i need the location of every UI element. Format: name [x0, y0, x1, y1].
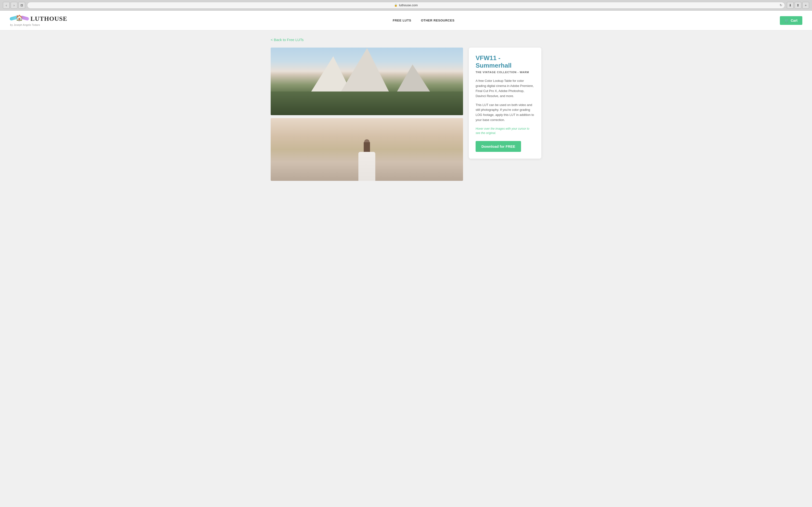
logo-house-icon: 🏠 — [16, 14, 23, 21]
product-collection: THE VINTAGE COLLECTION - WARM — [475, 71, 535, 74]
cart-label: Cart — [791, 18, 798, 22]
main-content: < Back to Free LUTs — [261, 31, 551, 188]
cart-icon: 🛒 — [785, 18, 789, 22]
download-button[interactable]: Download for FREE — [475, 141, 521, 152]
lock-icon: 🔒 — [394, 4, 398, 7]
browser-download-button[interactable]: ⬇ — [787, 2, 794, 9]
images-column — [271, 48, 463, 181]
forward-button[interactable]: › — [11, 2, 17, 9]
logo-subtitle: by Joseph Angelo Todaro — [10, 24, 40, 26]
browser-share-button[interactable]: ⬆ — [795, 2, 801, 9]
mountain-image — [271, 48, 463, 115]
mountain-forest — [271, 92, 463, 115]
hover-hint: Hover over the images with your cursor t… — [475, 126, 535, 135]
product-description-1: A free Color Lookup Table for color grad… — [475, 78, 535, 99]
portrait-image — [271, 118, 463, 181]
product-layout: VFW11 - Summerhall THE VINTAGE COLLECTIO… — [271, 48, 541, 181]
person-silhouette — [357, 139, 376, 181]
nav-free-luts[interactable]: FREE LUTS — [393, 18, 411, 22]
site-header: 🏠 LUTHOUSE by Joseph Angelo Todaro FREE … — [0, 11, 812, 31]
product-description-2: This LUT can be used on both video and s… — [475, 103, 535, 123]
browser-right-buttons: ⬇ ⬆ + — [787, 2, 809, 9]
mountain-peak-center — [338, 48, 391, 96]
page-wrapper: 🏠 LUTHOUSE by Joseph Angelo Todaro FREE … — [0, 11, 812, 507]
browser-new-tab-button[interactable]: + — [802, 2, 809, 9]
url-text: luthouse.com — [399, 3, 418, 7]
browser-nav-buttons: ‹ › ⊡ — [3, 2, 25, 9]
logo-area: 🏠 LUTHOUSE by Joseph Angelo Todaro — [10, 14, 67, 26]
site-nav: FREE LUTS OTHER RESOURCES — [393, 18, 455, 22]
nav-other-resources[interactable]: OTHER RESOURCES — [421, 18, 455, 22]
logo-icon: 🏠 — [10, 14, 29, 23]
product-title: VFW11 - Summerhall — [475, 54, 535, 69]
person-body — [358, 152, 375, 181]
browser-chrome: ‹ › ⊡ 🔒 luthouse.com ↻ ⬇ ⬆ + — [0, 0, 812, 11]
back-button[interactable]: ‹ — [3, 2, 10, 9]
address-bar[interactable]: 🔒 luthouse.com ↻ — [27, 2, 785, 9]
tab-toggle-button[interactable]: ⊡ — [18, 2, 25, 9]
info-panel: VFW11 - Summerhall THE VINTAGE COLLECTIO… — [469, 48, 541, 159]
refresh-icon[interactable]: ↻ — [779, 3, 782, 7]
cart-button[interactable]: 🛒 Cart — [780, 16, 802, 25]
logo-text: LUTHOUSE — [31, 15, 67, 22]
back-link[interactable]: < Back to Free LUTs — [271, 38, 304, 42]
logo-mark: 🏠 LUTHOUSE — [10, 14, 67, 23]
